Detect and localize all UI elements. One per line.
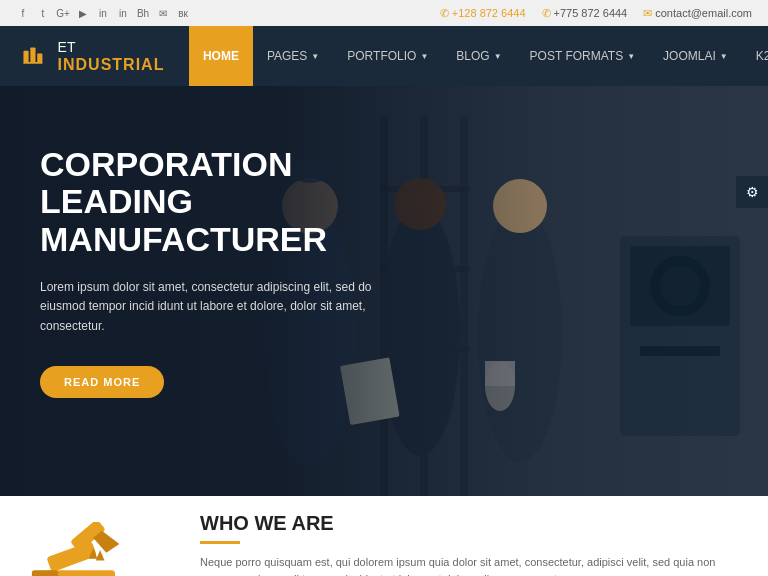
- contact-info: ✆ +128 872 6444 ✆ +775 872 6444 ✉ contac…: [440, 7, 752, 20]
- top-bar: f t G+ ▶ in in Bh ✉ вк ✆ +128 872 6444 ✆…: [0, 0, 768, 26]
- svg-rect-2: [37, 53, 42, 62]
- nav-k2blog[interactable]: K2 BLOG ▼: [742, 26, 768, 86]
- excavator-image-area: [0, 512, 160, 576]
- phone2-item[interactable]: ✆ +775 872 6444: [542, 7, 628, 20]
- hero-title-line2: MANUFACTURER: [40, 220, 327, 258]
- email-icon: ✉: [643, 7, 652, 20]
- title-underline: [200, 541, 240, 544]
- nav-home[interactable]: HOME: [189, 26, 253, 86]
- email-item[interactable]: ✉ contact@email.com: [643, 7, 752, 20]
- svg-rect-28: [46, 541, 97, 572]
- phone1-number[interactable]: +128 872 6444: [452, 7, 526, 19]
- youtube-icon[interactable]: ▶: [76, 6, 90, 20]
- nav-portfolio-label: PORTFOLIO: [347, 49, 416, 63]
- hero-title-line1: CORPORATION LEADING: [40, 145, 292, 220]
- nav-joomlai-label: JOOMLAI: [663, 49, 716, 63]
- svg-rect-0: [23, 51, 28, 63]
- facebook-icon[interactable]: f: [16, 6, 30, 20]
- who-we-are-title: WHO WE ARE: [200, 512, 728, 535]
- who-we-are-text: Neque porro quisquam est, qui dolorem ip…: [200, 554, 728, 576]
- logo-text[interactable]: ET INDUSTRIAL: [58, 38, 169, 74]
- nav-post-formats-label: POST FORMATS: [530, 49, 624, 63]
- excavator-icon: [20, 522, 140, 576]
- nav-joomlai[interactable]: JOOMLAI ▼: [649, 26, 742, 86]
- nav-post-formats[interactable]: POST FORMATS ▼: [516, 26, 649, 86]
- nav-blog-label: BLOG: [456, 49, 489, 63]
- blog-caret-icon: ▼: [494, 52, 502, 61]
- logo-area[interactable]: ET INDUSTRIAL: [0, 26, 189, 86]
- nav-portfolio[interactable]: PORTFOLIO ▼: [333, 26, 442, 86]
- svg-rect-33: [32, 570, 58, 576]
- behance-icon[interactable]: Bh: [136, 6, 150, 20]
- phone2-icon: ✆: [542, 7, 551, 20]
- nav-blog[interactable]: BLOG ▼: [442, 26, 515, 86]
- read-more-button[interactable]: READ MORE: [40, 366, 164, 398]
- vk-icon[interactable]: вк: [176, 6, 190, 20]
- logo-icon: [20, 40, 48, 72]
- google-icon[interactable]: G+: [56, 6, 70, 20]
- joomlai-caret-icon: ▼: [720, 52, 728, 61]
- phone1-item[interactable]: ✆ +128 872 6444: [440, 7, 526, 20]
- svg-rect-1: [30, 47, 35, 63]
- svg-marker-32: [96, 550, 105, 561]
- logo-prefix: ET: [58, 39, 76, 55]
- phone2-number[interactable]: +775 872 6444: [554, 7, 628, 19]
- hero-content: CORPORATION LEADING MANUFACTURER Lorem i…: [0, 86, 420, 458]
- hero-title: CORPORATION LEADING MANUFACTURER: [40, 146, 380, 258]
- linkedin2-icon[interactable]: in: [116, 6, 130, 20]
- mail-icon[interactable]: ✉: [156, 6, 170, 20]
- post-formats-caret-icon: ▼: [627, 52, 635, 61]
- settings-button[interactable]: ⚙: [736, 176, 768, 208]
- nav-k2blog-label: K2 BLOG: [756, 49, 768, 63]
- email-address[interactable]: contact@email.com: [655, 7, 752, 19]
- portfolio-caret-icon: ▼: [420, 52, 428, 61]
- who-we-are-section: WHO WE ARE Neque porro quisquam est, qui…: [160, 512, 768, 576]
- main-nav: HOME PAGES ▼ PORTFOLIO ▼ BLOG ▼ POST FOR…: [189, 26, 768, 86]
- hero-section: CORPORATION LEADING MANUFACTURER Lorem i…: [0, 86, 768, 496]
- header: ET INDUSTRIAL HOME PAGES ▼ PORTFOLIO ▼ B…: [0, 26, 768, 86]
- bottom-section: WHO WE ARE Neque porro quisquam est, qui…: [0, 496, 768, 576]
- linkedin-icon[interactable]: in: [96, 6, 110, 20]
- social-links[interactable]: f t G+ ▶ in in Bh ✉ вк: [16, 6, 190, 20]
- phone1-icon: ✆: [440, 7, 449, 20]
- nav-home-label: HOME: [203, 49, 239, 63]
- nav-pages[interactable]: PAGES ▼: [253, 26, 333, 86]
- hero-body-text: Lorem ipsum dolor sit amet, consectetur …: [40, 278, 380, 336]
- nav-pages-label: PAGES: [267, 49, 307, 63]
- pages-caret-icon: ▼: [311, 52, 319, 61]
- twitter-icon[interactable]: t: [36, 6, 50, 20]
- logo-name: INDUSTRIAL: [58, 56, 165, 73]
